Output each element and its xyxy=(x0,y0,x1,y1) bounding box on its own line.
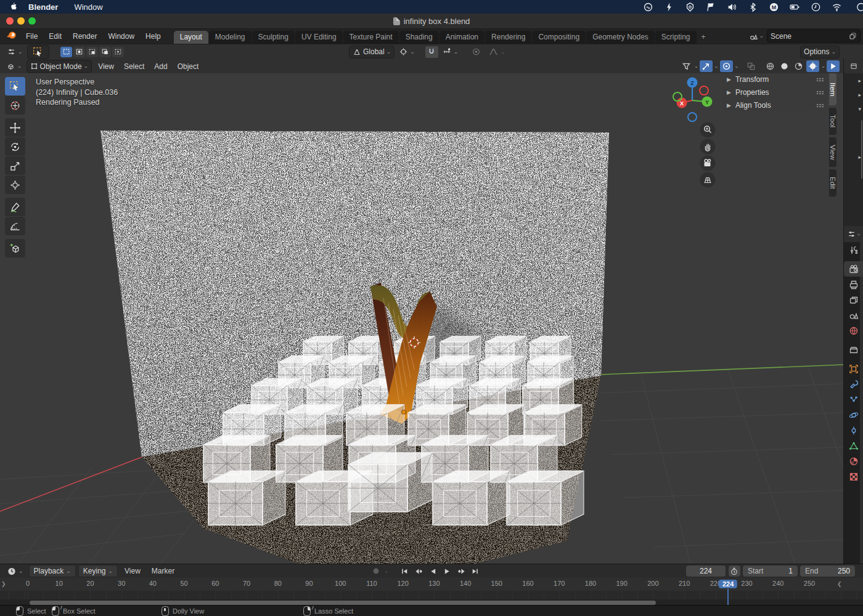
properties-tab-constraints[interactable] xyxy=(844,423,863,438)
outliner-row[interactable]: ▸ xyxy=(844,150,863,164)
select-mode-intersect[interactable] xyxy=(112,47,124,57)
workspace-tab-texture-paint[interactable]: Texture Paint xyxy=(343,31,399,44)
shading-rendered-dropdown[interactable]: ⌄ xyxy=(820,63,825,69)
overlays-dropdown[interactable]: ⌄ xyxy=(734,63,739,69)
proportional-falloff-dropdown[interactable]: ⌄ xyxy=(485,46,509,58)
apple-menu[interactable] xyxy=(9,2,17,12)
topbar-menu-render[interactable]: Render xyxy=(67,28,102,44)
use-preview-range-toggle[interactable] xyxy=(729,565,740,577)
workspace-tab-modeling[interactable]: Modeling xyxy=(209,31,252,44)
workspace-tab-geometry-nodes[interactable]: Geometry Nodes xyxy=(586,31,655,44)
proportional-edit-toggle[interactable] xyxy=(468,46,484,58)
play-reverse-button[interactable] xyxy=(427,566,438,576)
clock-icon[interactable] xyxy=(811,2,821,12)
workspace-tab-sculpting[interactable]: Sculpting xyxy=(252,31,295,44)
properties-tab-modifiers[interactable] xyxy=(844,376,863,392)
auto-keying-dropdown[interactable]: ⌄ xyxy=(384,569,389,574)
workspace-tab-compositing[interactable]: Compositing xyxy=(532,31,586,44)
tool-add-cube-button[interactable] xyxy=(5,239,25,257)
tool-transform-button[interactable] xyxy=(5,176,25,194)
npanel-section-align-tools[interactable]: ▶Align Tools xyxy=(722,99,828,111)
topbar-menu-edit[interactable]: Edit xyxy=(43,28,67,44)
npanel-tab-view[interactable]: View xyxy=(829,137,836,167)
tool-editor-type-button[interactable]: ⌄ xyxy=(4,46,26,58)
active-tool-button[interactable] xyxy=(27,45,49,59)
transform-orientation-dropdown[interactable]: Global ⌄ xyxy=(349,46,395,59)
outliner-scrollbar[interactable] xyxy=(861,120,862,179)
keying-menu[interactable]: Keying⌄ xyxy=(78,565,118,577)
timeline-scrollbar-thumb[interactable] xyxy=(30,601,656,605)
playhead-frame-badge[interactable]: 224 xyxy=(719,580,737,588)
app-menu-blender[interactable]: Blender xyxy=(28,2,58,12)
jump-to-start-button[interactable] xyxy=(399,566,410,576)
select-mode-subtract[interactable] xyxy=(86,47,98,57)
creative-cloud-icon[interactable] xyxy=(643,2,653,12)
properties-header-button[interactable]: ⌄ xyxy=(844,226,863,242)
shield-icon[interactable] xyxy=(685,2,695,12)
scene-browse-button[interactable]: ⌄ xyxy=(747,31,766,42)
properties-tab-render[interactable] xyxy=(844,261,863,277)
outliner-row[interactable]: ▸ xyxy=(844,87,863,102)
glass-cube[interactable] xyxy=(348,453,432,512)
properties-tab-particles[interactable] xyxy=(844,392,863,407)
topbar-menu-help[interactable]: Help xyxy=(140,28,166,44)
gizmos-dropdown[interactable]: ⌄ xyxy=(714,63,719,69)
viewport-3d[interactable]: ZYX xyxy=(0,73,843,564)
shading-material-button[interactable] xyxy=(792,60,805,72)
glass-cube[interactable] xyxy=(507,471,584,525)
viewport-menu-object[interactable]: Object xyxy=(173,62,204,71)
timeline-view-menu[interactable]: View xyxy=(120,567,145,575)
outliner-header[interactable] xyxy=(844,59,863,73)
outliner-row[interactable]: ▾ xyxy=(844,102,863,116)
nav-camera-button[interactable] xyxy=(700,156,716,171)
select-mode-extend[interactable] xyxy=(73,47,85,57)
workspace-tab-layout[interactable]: Layout xyxy=(174,31,208,44)
xray-button[interactable] xyxy=(745,60,758,72)
mac-menu-window[interactable]: Window xyxy=(74,2,102,12)
viewport-editor-type-button[interactable]: ⌄ xyxy=(3,60,25,72)
npanel-tab-edit[interactable]: Edit xyxy=(829,169,836,197)
snap-target-dropdown[interactable]: ⌄ xyxy=(440,46,462,58)
workspace-tab-animation[interactable]: Animation xyxy=(440,31,485,44)
options-dropdown[interactable]: Options ⌄ xyxy=(800,46,840,59)
shading-solid-button[interactable] xyxy=(778,60,791,72)
timeline-editor-type-button[interactable]: ⌄ xyxy=(4,565,27,577)
tool-measure-button[interactable] xyxy=(5,217,25,235)
workspace-tab--[interactable]: + xyxy=(697,31,710,44)
npanel-tab-tool[interactable]: Tool xyxy=(829,108,836,135)
glass-cube[interactable] xyxy=(433,471,510,525)
bluetooth-icon[interactable] xyxy=(748,2,758,12)
playback-menu[interactable]: Playback⌄ xyxy=(29,565,76,577)
new-scene-icon[interactable] xyxy=(849,32,857,40)
prev-keyframe-button[interactable] xyxy=(413,566,424,576)
m-badge-icon[interactable]: M xyxy=(769,2,779,12)
viewport-menu-view[interactable]: View xyxy=(93,62,119,71)
properties-tab-scene[interactable] xyxy=(844,307,863,323)
frame-end-field[interactable]: End250 xyxy=(800,565,855,577)
topbar-menu-file[interactable]: File xyxy=(20,28,43,44)
frame-start-field[interactable]: Start1 xyxy=(743,565,798,577)
npanel-section-transform[interactable]: ▶Transform xyxy=(722,73,828,86)
tool-scale-button[interactable] xyxy=(5,156,25,175)
properties-tab-view-layer[interactable] xyxy=(844,292,863,307)
tool-rotate-button[interactable] xyxy=(5,137,25,156)
timeline-marker-menu[interactable]: Marker xyxy=(147,567,179,575)
show-object-types-button[interactable] xyxy=(680,60,693,72)
select-mode-set[interactable] xyxy=(60,47,72,57)
wifi-icon[interactable] xyxy=(832,2,842,12)
workspace-tab-shading[interactable]: Shading xyxy=(399,31,439,44)
properties-tab-physics[interactable] xyxy=(844,407,863,423)
shading-wireframe-button[interactable] xyxy=(764,60,777,72)
auto-keying-toggle[interactable] xyxy=(370,566,382,576)
workspace-tab-scripting[interactable]: Scripting xyxy=(655,31,697,44)
scene-name-field[interactable]: Scene xyxy=(767,30,861,43)
jump-to-end-button[interactable] xyxy=(470,566,481,576)
topbar-menu-window[interactable]: Window xyxy=(102,28,140,44)
control-center-icon[interactable] xyxy=(853,2,863,12)
properties-tab-object[interactable] xyxy=(844,361,863,376)
current-frame-field[interactable]: 224 xyxy=(686,565,726,577)
properties-tab-material[interactable] xyxy=(844,453,863,469)
properties-tab-collection[interactable] xyxy=(844,342,863,357)
timeline-channel-strip[interactable] xyxy=(0,591,863,599)
playhead-line[interactable] xyxy=(727,589,729,606)
